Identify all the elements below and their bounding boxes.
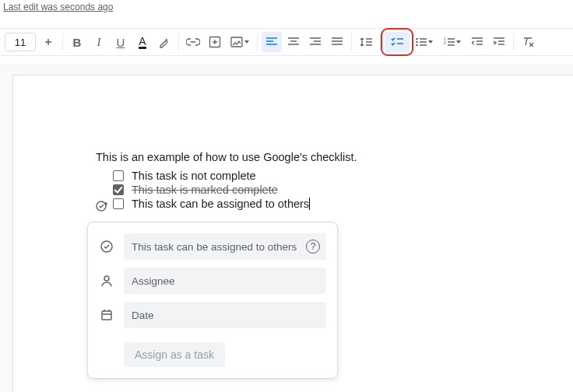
line-spacing-icon[interactable] <box>356 32 376 52</box>
date-placeholder: Date <box>132 310 154 321</box>
svg-point-3 <box>416 41 418 44</box>
separator <box>178 33 179 51</box>
svg-rect-10 <box>102 311 111 320</box>
checkbox-unchecked-icon[interactable] <box>113 170 124 181</box>
increase-font-icon[interactable] <box>38 32 58 52</box>
assign-task-popup: This task can be assigned to others ? As… <box>87 222 338 379</box>
assignee-input[interactable]: Assignee <box>124 268 326 294</box>
increase-indent-icon[interactable] <box>489 32 509 52</box>
date-input[interactable]: Date <box>124 302 326 328</box>
chevron-down-icon <box>244 40 249 44</box>
separator <box>513 33 514 51</box>
underline-icon[interactable]: U <box>111 32 131 52</box>
assign-task-button[interactable]: Assign as a task <box>124 342 225 367</box>
checklist: This task is not complete This task is m… <box>96 169 542 211</box>
checklist-item-text[interactable]: This task is not complete <box>132 170 256 182</box>
separator <box>257 33 258 51</box>
decrease-indent-icon[interactable] <box>467 32 487 52</box>
task-check-icon <box>99 240 114 254</box>
calendar-icon <box>99 309 114 321</box>
font-size-input[interactable]: 11 <box>5 33 36 51</box>
svg-point-4 <box>416 44 418 47</box>
svg-point-9 <box>104 276 109 281</box>
align-right-icon[interactable] <box>305 32 325 52</box>
highlight-icon[interactable] <box>154 32 174 52</box>
intro-text[interactable]: This is an example of how to use Google'… <box>96 149 542 166</box>
chevron-down-icon <box>428 40 433 44</box>
task-title-input[interactable]: This task can be assigned to others ? <box>124 233 326 260</box>
checklist-item[interactable]: This task can be assigned to others <box>96 197 542 211</box>
clear-formatting-icon[interactable] <box>518 32 538 52</box>
italic-icon[interactable]: I <box>89 32 109 52</box>
checkbox-unchecked-icon[interactable] <box>113 198 124 209</box>
assignee-placeholder: Assignee <box>132 275 175 287</box>
bold-icon[interactable]: B <box>67 32 87 52</box>
help-icon[interactable]: ? <box>306 240 320 254</box>
person-icon <box>99 275 114 287</box>
chevron-down-icon <box>456 40 461 44</box>
text-color-icon[interactable]: A <box>132 32 153 52</box>
align-justify-icon[interactable] <box>327 32 347 52</box>
checklist-icon[interactable] <box>385 32 410 52</box>
checkbox-checked-icon[interactable] <box>113 184 124 195</box>
svg-point-7 <box>97 201 106 211</box>
separator <box>380 33 381 51</box>
bulleted-list-icon[interactable] <box>411 32 438 52</box>
checklist-item[interactable]: This task is marked complete <box>96 183 542 197</box>
align-left-icon[interactable] <box>262 32 282 52</box>
insert-link-icon[interactable] <box>183 32 203 52</box>
assign-task-icon[interactable] <box>95 199 109 213</box>
separator <box>62 33 63 51</box>
toolbar: 11 B I U A 12 <box>0 28 573 56</box>
svg-text:2: 2 <box>444 40 446 45</box>
svg-point-2 <box>416 38 418 40</box>
checklist-item-text[interactable]: This task is marked complete <box>132 184 278 196</box>
last-edit-status[interactable]: Last edit was seconds ago <box>0 0 116 14</box>
checklist-item-text[interactable]: This task can be assigned to others <box>132 198 310 210</box>
add-comment-icon[interactable] <box>205 32 225 52</box>
align-center-icon[interactable] <box>283 32 304 52</box>
text-cursor <box>309 198 310 210</box>
insert-image-icon[interactable] <box>227 32 253 52</box>
svg-rect-1 <box>231 37 242 47</box>
task-title-placeholder: This task can be assigned to others <box>132 241 297 253</box>
separator <box>351 33 352 51</box>
numbered-list-icon[interactable]: 12 <box>439 32 466 52</box>
checklist-item[interactable]: This task is not complete <box>96 169 542 183</box>
